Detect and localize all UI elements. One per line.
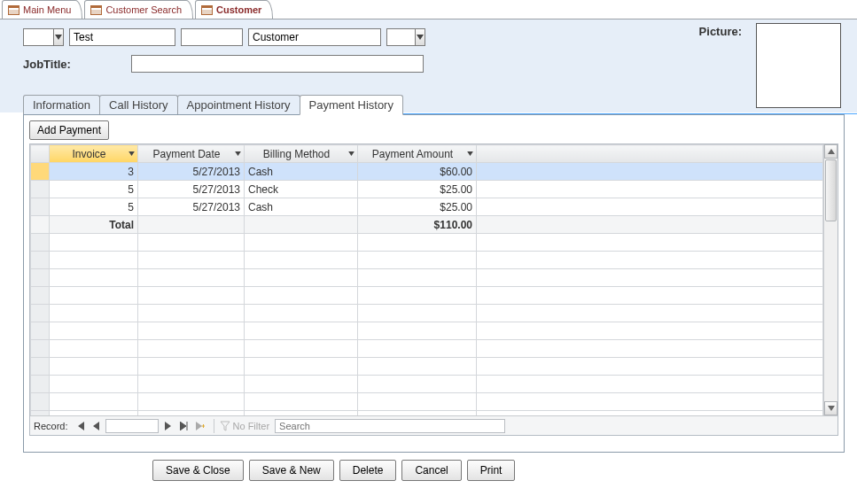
title-input[interactable] bbox=[24, 29, 53, 45]
no-filter-label: No Filter bbox=[233, 421, 270, 431]
cell-method[interactable]: Cash bbox=[245, 163, 358, 181]
scroll-down-button[interactable] bbox=[824, 401, 838, 415]
cell-method[interactable]: Cash bbox=[245, 198, 358, 216]
doc-tab-main-menu[interactable]: Main Menu bbox=[2, 0, 82, 19]
last-name-input[interactable] bbox=[249, 29, 380, 45]
record-label: Record: bbox=[34, 421, 72, 431]
tab-label: Call History bbox=[109, 98, 168, 112]
suffix-combo[interactable] bbox=[386, 28, 425, 46]
select-all-cell[interactable] bbox=[31, 145, 50, 163]
tab-call-history[interactable]: Call History bbox=[99, 95, 177, 114]
doc-tab-label: Customer bbox=[216, 4, 261, 15]
tab-payment-history[interactable]: Payment History bbox=[300, 95, 403, 115]
doc-tab-customer[interactable]: Customer bbox=[195, 0, 273, 19]
row-selector bbox=[31, 216, 50, 234]
chevron-down-icon[interactable] bbox=[53, 29, 63, 45]
cell-amount[interactable]: $60.00 bbox=[358, 163, 477, 181]
cell-amount[interactable]: $25.00 bbox=[358, 181, 477, 198]
cell-invoice[interactable]: 3 bbox=[50, 163, 138, 181]
tab-label: Appointment History bbox=[187, 98, 291, 112]
payments-datasheet: Invoice Payment Date Billing Method bbox=[29, 143, 838, 436]
chevron-down-icon[interactable] bbox=[347, 149, 355, 159]
nav-last-button[interactable] bbox=[176, 419, 192, 433]
doc-tab-label: Main Menu bbox=[23, 4, 71, 15]
vertical-scrollbar[interactable] bbox=[823, 144, 838, 415]
total-amount: $110.00 bbox=[358, 216, 477, 234]
jobtitle-input[interactable] bbox=[132, 56, 423, 72]
nav-new-button[interactable] bbox=[192, 419, 208, 433]
delete-button[interactable]: Delete bbox=[339, 460, 397, 481]
cell-amount[interactable]: $25.00 bbox=[358, 198, 477, 216]
funnel-icon bbox=[220, 421, 230, 431]
tab-label: Payment History bbox=[309, 98, 393, 112]
doc-tab-customer-search[interactable]: Customer Search bbox=[84, 0, 193, 19]
nav-first-button[interactable] bbox=[72, 419, 88, 433]
col-payment-amount[interactable]: Payment Amount bbox=[358, 145, 477, 163]
table-empty-row bbox=[31, 305, 823, 322]
chevron-down-icon[interactable] bbox=[465, 149, 474, 159]
cell-invoice[interactable]: 5 bbox=[50, 181, 138, 198]
chevron-down-icon[interactable] bbox=[127, 149, 136, 159]
row-selector[interactable] bbox=[31, 181, 50, 198]
col-payment-date[interactable]: Payment Date bbox=[138, 145, 245, 163]
table-row[interactable]: 55/27/2013Check$25.00 bbox=[31, 181, 823, 198]
print-button[interactable]: Print bbox=[467, 460, 516, 481]
save-close-button[interactable]: Save & Close bbox=[152, 460, 244, 481]
record-navigator: Record: No Filter bbox=[30, 415, 838, 435]
table-empty-row bbox=[31, 287, 823, 305]
cell-date[interactable]: 5/27/2013 bbox=[138, 181, 245, 198]
add-payment-button[interactable]: Add Payment bbox=[29, 120, 109, 140]
chevron-down-icon[interactable] bbox=[233, 149, 242, 159]
table-total-row: Total$110.00 bbox=[31, 216, 823, 234]
table-empty-row bbox=[31, 393, 823, 411]
col-billing-method[interactable]: Billing Method bbox=[245, 145, 358, 163]
record-search-input[interactable] bbox=[275, 419, 505, 433]
divider bbox=[214, 419, 214, 433]
form-icon bbox=[90, 5, 102, 15]
col-label: Payment Date bbox=[152, 148, 220, 160]
jobtitle-label: JobTitle: bbox=[23, 58, 126, 71]
suffix-input[interactable] bbox=[387, 29, 415, 45]
no-filter-indicator[interactable]: No Filter bbox=[220, 421, 270, 431]
total-label: Total bbox=[50, 216, 138, 234]
title-combo[interactable] bbox=[23, 28, 64, 46]
table-empty-row bbox=[31, 252, 823, 269]
row-selector[interactable] bbox=[31, 198, 50, 216]
table-row[interactable]: 35/27/2013Cash$60.00 bbox=[31, 163, 823, 181]
payment-history-page: Add Payment Invoice bbox=[23, 114, 845, 453]
row-selector[interactable] bbox=[31, 163, 50, 181]
nav-prev-button[interactable] bbox=[88, 419, 104, 433]
scroll-up-button[interactable] bbox=[824, 144, 838, 159]
table-empty-row bbox=[31, 322, 823, 340]
record-position-input[interactable] bbox=[105, 419, 159, 433]
table-empty-row bbox=[31, 358, 823, 376]
tab-label: Information bbox=[33, 98, 90, 112]
table-empty-row bbox=[31, 234, 823, 252]
cell-date[interactable]: 5/27/2013 bbox=[138, 163, 245, 181]
tab-appointment-history[interactable]: Appointment History bbox=[177, 95, 300, 114]
col-label: Payment Amount bbox=[372, 148, 453, 160]
scroll-thumb[interactable] bbox=[825, 159, 837, 221]
table-row[interactable]: 55/27/2013Cash$25.00 bbox=[31, 198, 823, 216]
col-spacer bbox=[477, 145, 823, 163]
col-invoice[interactable]: Invoice bbox=[50, 145, 138, 163]
tab-information[interactable]: Information bbox=[23, 95, 100, 114]
cell-spacer bbox=[477, 163, 823, 181]
nav-next-button[interactable] bbox=[160, 419, 176, 433]
col-label: Billing Method bbox=[263, 148, 330, 160]
cell-method[interactable]: Check bbox=[245, 181, 358, 198]
save-new-button[interactable]: Save & New bbox=[249, 460, 334, 481]
cell-date[interactable]: 5/27/2013 bbox=[138, 198, 245, 216]
cell-invoice[interactable]: 5 bbox=[50, 198, 138, 216]
document-tab-strip: Main Menu Customer Search Customer bbox=[0, 0, 857, 19]
form-action-bar: Save & Close Save & New Delete Cancel Pr… bbox=[152, 460, 857, 481]
table-empty-row bbox=[31, 376, 823, 393]
payments-grid[interactable]: Invoice Payment Date Billing Method bbox=[30, 144, 823, 415]
cancel-button[interactable]: Cancel bbox=[401, 460, 461, 481]
first-name-input[interactable] bbox=[70, 29, 175, 45]
table-empty-row bbox=[31, 269, 823, 287]
detail-tab-strip: Information Call History Appointment His… bbox=[23, 93, 857, 114]
middle-name-input[interactable] bbox=[182, 29, 242, 45]
picture-label: Picture: bbox=[699, 25, 742, 38]
chevron-down-icon[interactable] bbox=[415, 29, 425, 45]
